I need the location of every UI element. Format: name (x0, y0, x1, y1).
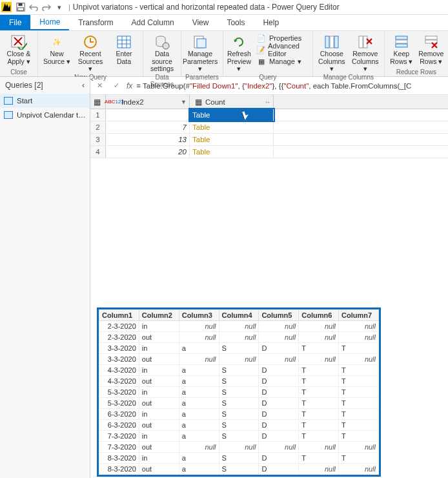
query-item-start[interactable]: Start (0, 94, 90, 108)
preview-row[interactable]: 2-3-2020outnullnullnullnullnull (99, 332, 379, 343)
expand-icon[interactable]: ↔ (265, 99, 270, 105)
preview-row[interactable]: 3-3-2020outnullnullnullnullnull (99, 354, 379, 365)
preview-cell: T (339, 387, 379, 398)
qat-dropdown-icon[interactable]: ▾ (53, 1, 66, 14)
preview-row[interactable]: 3-3-2020inaSDTT (99, 343, 379, 354)
preview-cell: 4-3-2020 (99, 376, 139, 387)
preview-row[interactable]: 7-3-2020inaSDTT (99, 431, 379, 442)
data-source-settings-button[interactable]: Data source settings (147, 32, 177, 73)
remove-rows-icon (422, 34, 440, 50)
preview-cell: null (259, 321, 299, 332)
preview-cell: a (179, 409, 219, 420)
tab-view[interactable]: View (183, 15, 218, 30)
manage-parameters-button[interactable]: Manage Parameters ▾ (185, 32, 215, 73)
preview-cell: 2-3-2020 (99, 321, 139, 332)
cell-index2[interactable]: 13 (106, 134, 190, 145)
preview-cell: D (259, 431, 299, 442)
table-icon (4, 97, 13, 105)
undo-icon[interactable] (27, 1, 40, 14)
save-icon[interactable] (14, 1, 27, 14)
manage-button[interactable]: ▦Manage ▾ (255, 56, 309, 67)
preview-column-header[interactable]: Column3 (179, 310, 219, 321)
formula-text[interactable]: = Table.Group(#"Filled Down1", {"Index2"… (136, 81, 445, 90)
fx-icon[interactable]: fx (127, 81, 132, 90)
cell-count[interactable]: Table (190, 134, 274, 145)
cell-count[interactable]: Table (190, 109, 274, 121)
preview-row[interactable]: 6-3-2020outaSDTT (99, 420, 379, 431)
column-header-count[interactable]: ▦Count↔ (190, 95, 274, 109)
preview-row[interactable]: 8-3-2020inaSDTT (99, 453, 379, 464)
preview-row[interactable]: 7-3-2020outnullnullnullnullnull (99, 442, 379, 453)
preview-cell: null (219, 332, 259, 343)
collapse-panel-icon[interactable]: ‹ (82, 81, 85, 90)
tab-file[interactable]: File (0, 15, 30, 30)
filter-dropdown-icon[interactable]: ▼ (181, 99, 187, 105)
preview-row[interactable]: 5-3-2020inaSDTT (99, 387, 379, 398)
preview-column-header[interactable]: Column6 (299, 310, 339, 321)
recent-sources-button[interactable]: Recent Sources ▾ (76, 32, 105, 73)
table-row[interactable]: 27Table (90, 121, 448, 134)
advanced-editor-button[interactable]: 📝Advanced Editor (255, 44, 309, 56)
preview-cell: T (299, 431, 339, 442)
tab-home[interactable]: Home (30, 15, 69, 30)
ribbon: Close & Apply ▾ Close ✨New Source ▾ Rece… (0, 30, 448, 77)
preview-cell: S (219, 431, 259, 442)
preview-cell: D (259, 365, 299, 376)
preview-cell: null (299, 442, 339, 453)
cell-count[interactable]: Table (190, 146, 274, 158)
table-row[interactable]: 420Table (90, 146, 448, 158)
preview-cell: 7-3-2020 (99, 431, 139, 442)
table-row[interactable]: 1Table (90, 109, 448, 121)
preview-row[interactable]: 6-3-2020inaSDTT (99, 409, 379, 420)
preview-cell: null (219, 321, 259, 332)
preview-cell: D (259, 453, 299, 464)
preview-row[interactable]: 2-3-2020innullnullnullnullnull (99, 321, 379, 332)
tab-help[interactable]: Help (254, 15, 288, 30)
keep-rows-button[interactable]: Keep Rows ▾ (389, 32, 414, 65)
commit-formula-icon[interactable]: ✓ (110, 79, 123, 92)
gear-db-icon (153, 34, 171, 50)
query-item-unpivot[interactable]: Unpivot Calendar to T... (0, 108, 90, 122)
column-header-index2[interactable]: ABC123Index2▼ (106, 95, 190, 109)
close-apply-button[interactable]: Close & Apply ▾ (4, 32, 34, 65)
cell-index2[interactable] (106, 109, 190, 121)
remove-columns-button[interactable]: Remove Columns ▾ (351, 32, 380, 73)
preview-cell: in (139, 365, 179, 376)
preview-cell: D (259, 409, 299, 420)
preview-column-header[interactable]: Column1 (99, 310, 139, 321)
remove-columns-icon (356, 34, 374, 50)
cell-count[interactable]: Table (190, 121, 274, 133)
preview-cell: in (139, 387, 179, 398)
preview-column-header[interactable]: Column4 (219, 310, 259, 321)
svg-rect-2 (18, 8, 24, 10)
tab-transform[interactable]: Transform (69, 15, 122, 30)
tab-tools[interactable]: Tools (218, 15, 254, 30)
table-row[interactable]: 313Table (90, 134, 448, 146)
row-number: 2 (90, 121, 106, 133)
preview-cell: T (339, 376, 379, 387)
row-header-corner[interactable]: ▦ (90, 95, 106, 109)
redo-icon[interactable] (40, 1, 53, 14)
cell-index2[interactable]: 20 (106, 146, 190, 158)
enter-data-button[interactable]: Enter Data (109, 32, 139, 65)
new-source-button[interactable]: ✨New Source ▾ (42, 32, 72, 65)
preview-cell: 7-3-2020 (99, 442, 139, 453)
preview-row[interactable]: 5-3-2020outaSDTT (99, 398, 379, 409)
queries-title: Queries [2] (5, 81, 43, 90)
preview-cell: a (179, 453, 219, 464)
preview-column-header[interactable]: Column5 (259, 310, 299, 321)
preview-row[interactable]: 4-3-2020outaSDTT (99, 376, 379, 387)
refresh-preview-button[interactable]: Refresh Preview ▾ (227, 32, 251, 73)
cell-index2[interactable]: 7 (106, 121, 190, 133)
tab-add-column[interactable]: Add Column (123, 15, 183, 30)
row-number: 1 (90, 109, 106, 121)
preview-column-header[interactable]: Column7 (339, 310, 379, 321)
choose-columns-button[interactable]: Choose Columns ▾ (317, 32, 347, 73)
cancel-formula-icon[interactable]: ✕ (93, 79, 106, 92)
preview-cell: T (299, 376, 339, 387)
remove-rows-button[interactable]: Remove Rows ▾ (418, 32, 444, 65)
formula-bar: ✕ ✓ fx = Table.Group(#"Filled Down1", {"… (90, 77, 448, 95)
preview-row[interactable]: 4-3-2020inaSDTT (99, 365, 379, 376)
preview-row[interactable]: 8-3-2020outaSDnullnull (99, 464, 379, 475)
preview-column-header[interactable]: Column2 (139, 310, 179, 321)
